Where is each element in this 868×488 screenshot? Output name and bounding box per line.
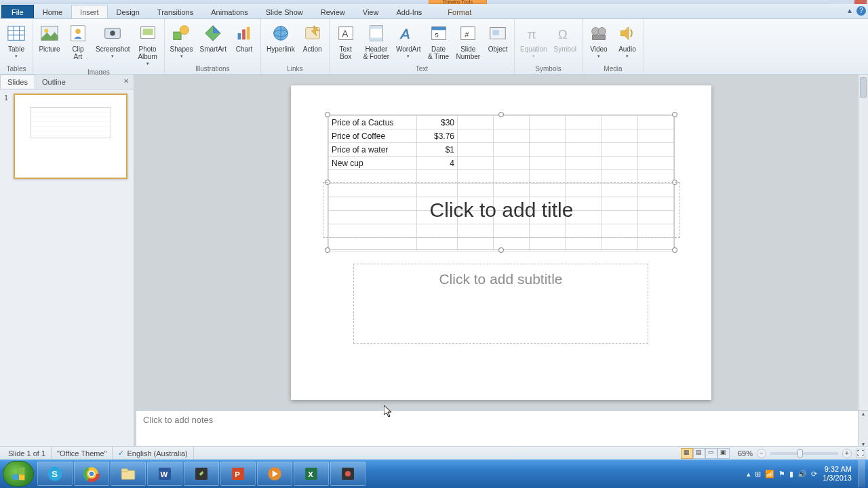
photoalbum-button[interactable]: Photo Album▾ bbox=[134, 20, 161, 68]
view-normal[interactable]: ▦ bbox=[681, 448, 693, 459]
svg-text:A: A bbox=[342, 28, 348, 39]
tray-battery-icon[interactable]: ▮ bbox=[789, 470, 793, 479]
tab-transitions[interactable]: Transitions bbox=[149, 5, 202, 18]
svg-rect-12 bbox=[142, 28, 153, 35]
tray-network-icon[interactable]: 📶 bbox=[765, 470, 774, 479]
svg-point-10 bbox=[111, 30, 116, 36]
ribbon-tabs: File Home Insert Design Transitions Anim… bbox=[0, 4, 868, 19]
taskbar-chrome[interactable] bbox=[74, 462, 109, 486]
tab-slideshow[interactable]: Slide Show bbox=[257, 5, 312, 18]
svg-point-14 bbox=[180, 26, 189, 35]
taskbar-powerpoint[interactable]: P bbox=[220, 462, 256, 486]
side-tab-slides[interactable]: Slides bbox=[0, 75, 35, 89]
tab-view[interactable]: View bbox=[354, 5, 388, 18]
resize-handle[interactable] bbox=[672, 112, 677, 117]
view-sorter[interactable]: ▤ bbox=[693, 448, 705, 459]
tray-volume-icon[interactable]: 🔊 bbox=[797, 470, 807, 479]
tray-up-icon[interactable]: ▴ bbox=[747, 470, 751, 479]
show-desktop[interactable] bbox=[859, 460, 865, 487]
tray-icon[interactable]: ⊞ bbox=[755, 470, 761, 479]
smartart-button[interactable]: SmartArt bbox=[197, 20, 229, 55]
svg-text:#: # bbox=[465, 30, 470, 39]
taskbar: S W P X ▴ ⊞ 📶 ⚑ ▮ 🔊 ⟳ 9:32 AM 1/3/2013 bbox=[0, 460, 868, 488]
fit-to-window[interactable]: ⛶ bbox=[856, 449, 865, 458]
status-lang[interactable]: ✓English (Australia) bbox=[113, 447, 193, 460]
table-button[interactable]: Table▾ bbox=[3, 20, 30, 61]
screenshot-icon bbox=[102, 22, 123, 44]
screenshot-button[interactable]: Screenshot▾ bbox=[93, 20, 133, 61]
help-icon[interactable]: ? bbox=[856, 6, 866, 16]
action-icon bbox=[302, 22, 323, 44]
tab-insert[interactable]: Insert bbox=[71, 5, 108, 18]
taskbar-mediaplayer[interactable] bbox=[257, 462, 292, 486]
clipart-icon bbox=[67, 22, 89, 44]
audio-icon bbox=[616, 22, 638, 44]
zoom-percent[interactable]: 69% bbox=[734, 449, 757, 458]
status-bar: Slide 1 of 1 "Office Theme" ✓English (Au… bbox=[0, 446, 868, 460]
svg-rect-18 bbox=[242, 29, 245, 39]
tab-format[interactable]: Format bbox=[439, 5, 480, 18]
tray-flag-icon[interactable]: ⚑ bbox=[778, 470, 785, 479]
resize-handle[interactable] bbox=[672, 247, 677, 253]
svg-text:X: X bbox=[308, 470, 313, 479]
datetime-button[interactable]: 5Date & Time bbox=[425, 20, 452, 62]
resize-handle[interactable] bbox=[498, 247, 504, 253]
resize-handle[interactable] bbox=[325, 247, 330, 253]
taskbar-explorer[interactable] bbox=[111, 462, 146, 486]
headerfooter-icon bbox=[366, 22, 387, 44]
textbox-button[interactable]: AText Box bbox=[332, 20, 359, 62]
hyperlink-button[interactable]: Hyperlink bbox=[264, 20, 298, 55]
ribbon-minimize-icon[interactable]: ▲ bbox=[845, 6, 854, 16]
tab-review[interactable]: Review bbox=[312, 5, 354, 18]
svg-text:Ω: Ω bbox=[558, 27, 568, 41]
notes-pane[interactable]: Click to add notes ▴▾ bbox=[136, 410, 868, 451]
action-button[interactable]: Action bbox=[299, 20, 326, 55]
system-tray[interactable]: ▴ ⊞ 📶 ⚑ ▮ 🔊 ⟳ 9:32 AM 1/3/2013 bbox=[747, 465, 856, 483]
video-button[interactable]: Video▾ bbox=[585, 20, 612, 61]
clock[interactable]: 9:32 AM 1/3/2013 bbox=[823, 465, 852, 483]
view-reading[interactable]: ▭ bbox=[705, 448, 717, 459]
subtitle-placeholder[interactable]: Click to add subtitle bbox=[353, 264, 648, 344]
tab-home[interactable]: Home bbox=[34, 5, 71, 18]
slide[interactable]: Price of a Cactus$30 Price of Coffee$3.7… bbox=[291, 85, 711, 400]
taskbar-word[interactable]: W bbox=[147, 462, 182, 486]
picture-button[interactable]: Picture bbox=[36, 20, 63, 55]
zoom-in[interactable]: + bbox=[842, 449, 852, 458]
view-buttons: ▦ ▤ ▭ ▣ bbox=[681, 448, 730, 459]
slide-canvas-area[interactable]: Price of a Cactus$30 Price of Coffee$3.7… bbox=[134, 75, 868, 451]
svg-rect-51 bbox=[121, 469, 127, 472]
taskbar-excel[interactable]: X bbox=[294, 462, 329, 486]
taskbar-app1[interactable] bbox=[184, 462, 219, 486]
taskbar-app2[interactable] bbox=[330, 462, 366, 486]
clipart-button[interactable]: Clip Art bbox=[64, 20, 92, 62]
view-slideshow[interactable]: ▣ bbox=[717, 448, 730, 459]
tab-animations[interactable]: Animations bbox=[202, 5, 256, 18]
resize-handle[interactable] bbox=[498, 112, 504, 117]
resize-handle[interactable] bbox=[325, 112, 330, 117]
tray-sync-icon[interactable]: ⟳ bbox=[811, 470, 817, 479]
svg-text:P: P bbox=[235, 470, 240, 479]
tab-addins[interactable]: Add-Ins bbox=[387, 5, 431, 18]
headerfooter-button[interactable]: Header & Footer bbox=[361, 20, 392, 62]
chart-button[interactable]: Chart bbox=[231, 20, 258, 55]
taskbar-skype[interactable]: S bbox=[37, 462, 73, 486]
tab-design[interactable]: Design bbox=[108, 5, 149, 18]
svg-text:W: W bbox=[161, 470, 168, 479]
canvas-scrollbar[interactable] bbox=[858, 75, 868, 451]
slide-thumbnail[interactable] bbox=[14, 94, 127, 179]
side-tab-outline[interactable]: Outline bbox=[35, 75, 73, 89]
object-button[interactable]: Object bbox=[484, 20, 511, 55]
close-panel-icon[interactable]: ✕ bbox=[121, 77, 131, 87]
slidenumber-button[interactable]: #Slide Number bbox=[454, 20, 484, 62]
start-button[interactable] bbox=[3, 461, 34, 487]
notes-scrollbar[interactable]: ▴▾ bbox=[858, 411, 868, 451]
svg-point-41 bbox=[598, 28, 606, 35]
zoom-slider[interactable] bbox=[770, 452, 838, 455]
shapes-button[interactable]: Shapes▾ bbox=[167, 20, 196, 61]
audio-button[interactable]: Audio▾ bbox=[614, 20, 641, 61]
tab-file[interactable]: File bbox=[1, 5, 34, 18]
svg-point-8 bbox=[75, 28, 81, 34]
zoom-out[interactable]: − bbox=[757, 449, 766, 458]
title-placeholder[interactable]: Click to add title bbox=[323, 182, 680, 238]
wordart-button[interactable]: AWordArt▾ bbox=[393, 20, 424, 61]
